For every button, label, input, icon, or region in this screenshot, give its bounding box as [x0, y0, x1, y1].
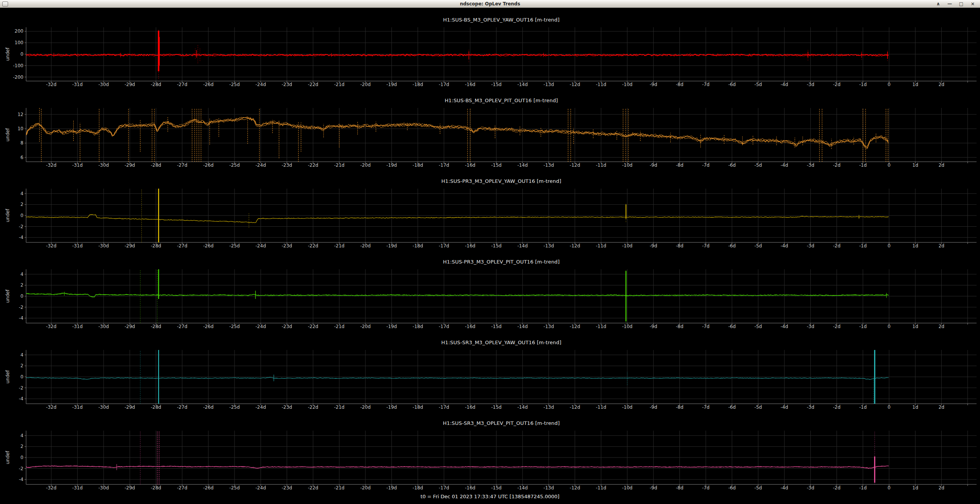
x-tick-label: -25d — [229, 82, 240, 87]
x-tick-label: -18d — [413, 485, 423, 491]
panel-pr3-pit: H1:SUS-PR3_M3_OPLEV_PIT_OUT16 [m-trend]4… — [0, 250, 980, 330]
maximize-button[interactable]: □ — [959, 0, 964, 7]
x-tick-label: -12d — [570, 405, 580, 410]
x-tick-label: -10d — [622, 485, 632, 491]
x-tick-label: -16d — [465, 243, 475, 249]
x-tick-label: -22d — [308, 162, 318, 168]
x-tick-label: -30d — [98, 243, 109, 249]
x-tick-label: 0 — [887, 485, 891, 491]
x-tick-label: -3d — [807, 243, 815, 249]
x-tick-label: -13d — [544, 243, 554, 249]
x-tick-label: -6d — [728, 405, 736, 410]
x-tick-label: -11d — [596, 324, 606, 329]
x-tick-label: -19d — [387, 324, 397, 329]
x-tick-label: -7d — [702, 405, 710, 410]
x-tick-label: -4d — [781, 324, 788, 329]
x-tick-label: -25d — [229, 162, 240, 168]
x-tick-label: -20d — [360, 485, 370, 491]
x-tick-label: -26d — [203, 324, 213, 329]
x-tick-label: -14d — [517, 485, 528, 491]
x-tick-label: -6d — [728, 82, 736, 87]
x-tick-label: 1d — [912, 243, 918, 249]
x-tick-label: -19d — [387, 405, 397, 410]
x-tick-label: -10d — [622, 405, 632, 410]
x-tick-label: -16d — [465, 485, 475, 491]
x-tick-label: -6d — [728, 324, 736, 329]
x-tick-label: -23d — [282, 324, 292, 329]
x-tick-label: -12d — [570, 243, 580, 249]
y-axis-label: undef — [5, 128, 10, 141]
minimize-button[interactable]: — — [947, 0, 952, 7]
close-button[interactable]: × — [970, 0, 975, 7]
x-tick-label: -13d — [544, 162, 554, 168]
plot-sr3-pit[interactable]: 420-2-4-32d-31d-30d-29d-28d-27d-26d-25d-… — [0, 426, 980, 492]
x-tick-label: -22d — [308, 324, 318, 329]
x-tick-label: -8d — [676, 485, 684, 491]
y-tick-label: -2 — [19, 466, 23, 471]
x-tick-label: -8d — [676, 324, 684, 329]
x-tick-label: -7d — [702, 162, 710, 168]
x-tick-label: -13d — [544, 82, 554, 87]
x-tick-label: -17d — [439, 243, 449, 249]
x-tick-label: -30d — [98, 485, 109, 491]
shade-button[interactable]: ∧ — [935, 0, 941, 7]
x-tick-label: -18d — [413, 82, 423, 87]
x-tick-label: -24d — [256, 324, 266, 329]
x-tick-label: -4d — [781, 82, 788, 87]
x-tick-label: -22d — [308, 485, 318, 491]
x-tick-label: -31d — [72, 162, 83, 168]
x-tick-label: -17d — [439, 405, 449, 410]
window-title: ndscope: OpLev Trends — [0, 1, 980, 7]
x-tick-label: -13d — [544, 324, 554, 329]
x-tick-label: -24d — [256, 162, 266, 168]
x-tick-label: -15d — [491, 324, 501, 329]
x-tick-label: -26d — [203, 162, 213, 168]
x-tick-label: -2d — [833, 82, 841, 87]
y-tick-label: 200 — [15, 28, 23, 34]
x-tick-label: -1d — [859, 324, 867, 329]
x-tick-label: -26d — [203, 405, 213, 410]
x-tick-label: -8d — [676, 82, 684, 87]
x-tick-label: -2d — [833, 405, 841, 410]
x-tick-label: -2d — [833, 485, 841, 491]
y-tick-label: 2 — [20, 363, 23, 368]
x-tick-label: -21d — [334, 162, 344, 168]
panel-sr3-pit: H1:SUS-SR3_M3_OPLEV_PIT_OUT16 [m-trend]4… — [0, 411, 980, 492]
plot-bs-pit[interactable]: 121086-32d-31d-30d-29d-28d-27d-26d-25d-2… — [0, 104, 980, 169]
x-tick-label: -6d — [728, 485, 736, 491]
x-tick-label: -5d — [754, 485, 762, 491]
x-tick-label: -25d — [229, 243, 240, 249]
x-tick-label: -23d — [282, 485, 292, 491]
x-tick-label: -4d — [781, 405, 788, 410]
x-tick-label: -31d — [72, 243, 83, 249]
panel-title-sr3-yaw: H1:SUS-SR3_M3_OPLEV_YAW_OUT16 [m-trend] — [26, 330, 977, 346]
y-axis-label: undef — [5, 209, 10, 222]
x-tick-label: -3d — [807, 324, 815, 329]
x-tick-label: 1d — [912, 485, 918, 491]
y-tick-label: 0 — [20, 293, 23, 299]
x-tick-label: -24d — [256, 82, 266, 87]
panel-sr3-yaw: H1:SUS-SR3_M3_OPLEV_YAW_OUT16 [m-trend]4… — [0, 330, 980, 411]
x-tick-label: 1d — [912, 405, 918, 410]
plot-pr3-yaw[interactable]: 420-2-4-32d-31d-30d-29d-28d-27d-26d-25d-… — [0, 184, 980, 250]
x-tick-label: 0 — [887, 82, 891, 87]
x-tick-label: -17d — [439, 82, 449, 87]
x-tick-label: -15d — [491, 405, 501, 410]
x-tick-label: -22d — [308, 405, 318, 410]
plot-sr3-yaw[interactable]: 420-2-4-32d-31d-30d-29d-28d-27d-26d-25d-… — [0, 346, 980, 411]
x-tick-label: -8d — [676, 405, 684, 410]
x-tick-label: -28d — [151, 82, 161, 87]
y-tick-label: 2 — [20, 282, 23, 288]
x-tick-label: -10d — [622, 324, 632, 329]
x-tick-label: -32d — [46, 405, 56, 410]
x-tick-label: -29d — [124, 243, 135, 249]
y-tick-label: 12 — [18, 112, 23, 117]
plot-bs-yaw[interactable]: 2001000-100-200-32d-31d-30d-29d-28d-27d-… — [0, 23, 980, 88]
x-tick-label: -2d — [833, 162, 841, 168]
x-tick-label: 2d — [939, 485, 944, 491]
x-tick-label: -27d — [177, 324, 187, 329]
window-icon — [2, 2, 8, 7]
y-tick-label: -2 — [19, 385, 23, 391]
panel-title-pr3-yaw: H1:SUS-PR3_M3_OPLEV_YAW_OUT16 [m-trend] — [26, 169, 977, 184]
plot-pr3-pit[interactable]: 420-2-4-32d-31d-30d-29d-28d-27d-26d-25d-… — [0, 265, 980, 330]
